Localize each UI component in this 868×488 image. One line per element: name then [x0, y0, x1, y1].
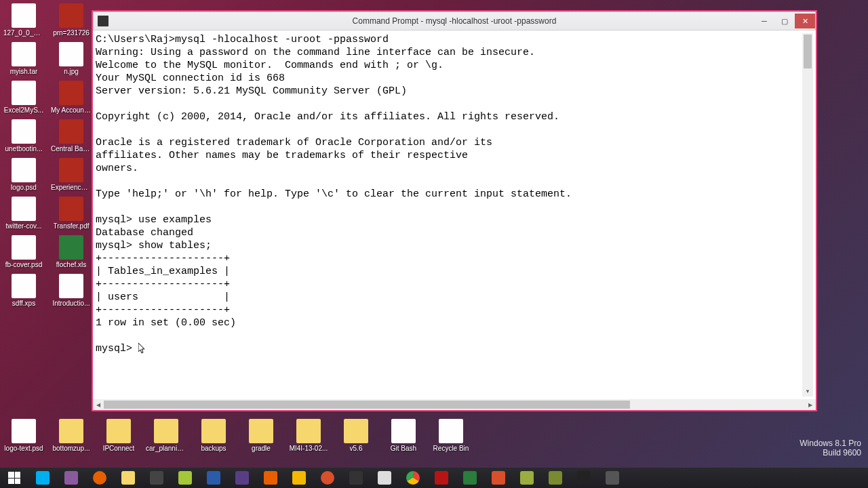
desktop-icon[interactable]: prn=231726: [51, 3, 92, 37]
desktop-icon[interactable]: car_plannin...: [146, 419, 186, 452]
scrollbar-thumb[interactable]: [104, 401, 630, 409]
taskbar-app[interactable]: [456, 468, 484, 488]
mouse-cursor-icon: [138, 343, 146, 354]
desktop-icon[interactable]: twitter-cov...: [3, 197, 44, 230]
scroll-right-icon[interactable]: ▶: [805, 402, 816, 408]
taskbar-app[interactable]: [541, 468, 570, 488]
taskbar-android[interactable]: [171, 468, 199, 488]
desktop-icon[interactable]: My Account _Order Hi...: [51, 81, 92, 114]
taskbar-app[interactable]: [199, 468, 228, 488]
desktop-icon[interactable]: Introductio...: [51, 274, 92, 307]
desktop-icon[interactable]: flochef.xls: [51, 235, 92, 268]
horizontal-scrollbar[interactable]: ◀ ▶: [93, 399, 816, 410]
desktop-icon[interactable]: gradle: [241, 419, 281, 452]
taskbar-app[interactable]: [370, 468, 399, 488]
taskbar-chrome[interactable]: [399, 468, 427, 488]
terminal-output[interactable]: C:\Users\Raj>mysql -hlocalhost -uroot -p…: [96, 33, 802, 396]
windows-watermark: Windows 8.1 Pro Build 9600: [800, 439, 861, 458]
taskbar-firefox[interactable]: [85, 468, 114, 488]
windows-icon: [8, 472, 20, 484]
maximize-button[interactable]: ▢: [774, 14, 795, 28]
taskbar-explorer[interactable]: [114, 468, 142, 488]
taskbar: [0, 468, 868, 488]
taskbar-app[interactable]: [142, 468, 171, 488]
minimize-button[interactable]: ─: [754, 14, 774, 28]
close-button[interactable]: ✕: [795, 14, 815, 28]
desktop-icon[interactable]: Excel2MyS...: [3, 81, 44, 114]
desktop-icon[interactable]: bottomzup...: [51, 419, 92, 452]
desktop-icon[interactable]: Experience Letter - ...: [51, 158, 92, 191]
taskbar-skype[interactable]: [28, 468, 57, 488]
desktop-icon[interactable]: 127_0_0_1 (1).sql: [3, 3, 44, 37]
taskbar-app[interactable]: [342, 468, 370, 488]
desktop-icon[interactable]: MI4I-13-02...: [288, 419, 329, 452]
taskbar-app[interactable]: [313, 468, 342, 488]
desktop-icon[interactable]: unetbootin...: [3, 119, 44, 152]
taskbar-app[interactable]: [513, 468, 541, 488]
desktop-icon[interactable]: v5.6: [336, 419, 376, 452]
taskbar-cmd[interactable]: [570, 468, 598, 488]
desktop-icon[interactable]: sdff.xps: [3, 274, 44, 307]
taskbar-vlc[interactable]: [256, 468, 285, 488]
taskbar-app[interactable]: [57, 468, 85, 488]
desktop-icon[interactable]: backups: [193, 419, 234, 452]
desktop-icon[interactable]: n.jpg: [51, 42, 92, 75]
taskbar-app[interactable]: [228, 468, 256, 488]
desktop-icon[interactable]: Recycle Bin: [431, 419, 471, 452]
window-title: Command Prompt - mysql -hlocalhost -uroo…: [353, 16, 557, 26]
scroll-left-icon[interactable]: ◀: [93, 402, 104, 408]
terminal-window: Command Prompt - mysql -hlocalhost -uroo…: [92, 10, 817, 411]
title-bar[interactable]: Command Prompt - mysql -hlocalhost -uroo…: [93, 12, 816, 30]
taskbar-app[interactable]: [285, 468, 313, 488]
desktop-icon[interactable]: Central Ban Transfer.pdf: [51, 119, 92, 152]
desktop-icon[interactable]: fb-cover.psd: [3, 235, 44, 268]
desktop-icon[interactable]: logo.psd: [3, 158, 44, 191]
desktop-icons-left: 127_0_0_1 (1).sql myish.tar Excel2MyS...…: [3, 3, 92, 307]
scrollbar-thumb[interactable]: [804, 35, 812, 68]
taskbar-app[interactable]: [598, 468, 627, 488]
start-button[interactable]: [0, 468, 28, 488]
taskbar-filezilla[interactable]: [427, 468, 456, 488]
vertical-scrollbar[interactable]: ▼: [802, 33, 813, 396]
scroll-down-icon[interactable]: ▼: [802, 386, 813, 396]
desktop-icon[interactable]: Git Bash: [383, 419, 424, 452]
desktop-icon[interactable]: IPConnect: [98, 419, 139, 452]
cmd-icon: [98, 16, 108, 26]
desktop-icons-lower: logo-text.psd bottomzup... IPConnect car…: [3, 419, 471, 452]
taskbar-app[interactable]: [484, 468, 513, 488]
desktop-icon[interactable]: Transfer.pdf: [51, 197, 92, 230]
desktop-icon[interactable]: logo-text.psd: [3, 419, 44, 452]
desktop-icon[interactable]: myish.tar: [3, 42, 44, 75]
